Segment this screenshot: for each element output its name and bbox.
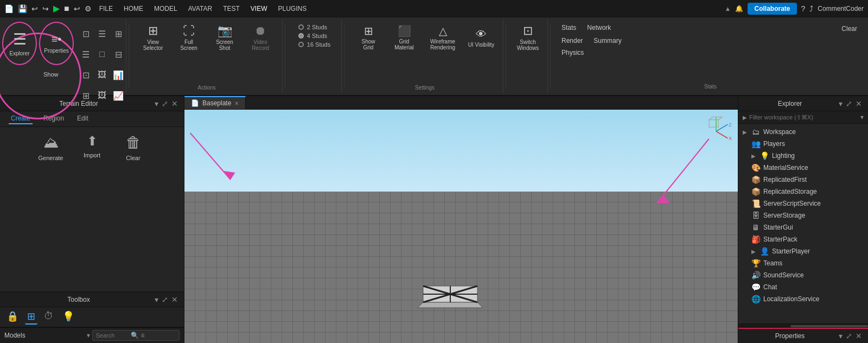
clear-tool[interactable]: 🗑 Clear xyxy=(117,134,150,161)
tab-create[interactable]: Create xyxy=(9,113,33,124)
explorer-title: Explorer xyxy=(743,100,837,107)
toolbox-search-input[interactable] xyxy=(96,332,129,339)
tree-item-starter-pack[interactable]: 🎒 StarterPack xyxy=(738,233,868,245)
bell-icon[interactable]: 🔔 xyxy=(735,5,743,12)
tree-item-chat[interactable]: 💬 Chat xyxy=(738,281,868,293)
menu-home[interactable]: HOME xyxy=(120,4,146,14)
undo2-button[interactable]: ↩ xyxy=(74,4,80,13)
switch-windows-button[interactable]: ⊡ Switch Windows xyxy=(513,22,543,53)
tree-item-starter-gui[interactable]: 🖥 StarterGui xyxy=(738,221,868,233)
tree-item-replicated-first[interactable]: 📦 ReplicatedFirst xyxy=(738,174,868,186)
view-selector-button[interactable]: ⊞ View Selector xyxy=(136,22,170,54)
explorer-filter-input[interactable] xyxy=(749,114,858,120)
ui-visibility-button[interactable]: 👁 UI Visibility xyxy=(464,22,499,54)
tree-item-starter-player[interactable]: ▶ 👤 StarterPlayer xyxy=(738,245,868,257)
import-tool[interactable]: ⬆ Import xyxy=(76,134,108,161)
question-icon[interactable]: ? xyxy=(801,4,806,13)
search-icon: 🔍 xyxy=(131,332,139,339)
explorer-button[interactable]: ☰ Explorer xyxy=(2,22,37,65)
full-screen-button[interactable]: ⛶ Full Screen xyxy=(171,22,206,54)
explorer-close-btn[interactable]: ✕ xyxy=(854,99,864,109)
stop-button[interactable]: ■ xyxy=(64,4,69,14)
save-icon[interactable]: 💾 xyxy=(18,4,27,13)
physics-button[interactable]: Physics xyxy=(559,48,586,58)
tree-item-lighting[interactable]: ▶ 💡 Lighting xyxy=(738,150,868,162)
viewport-content[interactable]: X Z xyxy=(184,110,738,343)
toolbox-tab-clock[interactable]: ⏱ xyxy=(42,309,56,325)
left-panels: Terrain Editor ▾ ⤢ ✕ Create Region Edit … xyxy=(0,96,184,343)
file-icon[interactable]: 📄 xyxy=(4,4,14,13)
tree-item-server-storage[interactable]: 🗄 ServerStorage xyxy=(738,209,868,221)
divider-1 xyxy=(129,24,129,88)
tb-sm-12[interactable]: 📈 xyxy=(108,86,128,105)
summary-button[interactable]: Summary xyxy=(591,36,623,46)
menu-test[interactable]: TEST xyxy=(220,4,243,14)
baseplate-close[interactable]: ✕ xyxy=(234,100,239,106)
explorer-scrollbar[interactable] xyxy=(738,323,868,328)
toolbar-studs-section: 2 Studs 4 Studs 16 Studs xyxy=(288,20,342,93)
baseplate-tab[interactable]: 📄 Baseplate ✕ xyxy=(184,96,246,109)
explorer-header: Explorer ▾ ⤢ ✕ xyxy=(738,96,868,111)
menu-plugins[interactable]: PLUGINS xyxy=(275,4,310,14)
tree-item-replicated-storage[interactable]: 📦 ReplicatedStorage xyxy=(738,186,868,198)
tree-item-teams[interactable]: 🏆 Teams xyxy=(738,257,868,269)
tree-item-localization-service[interactable]: 🌐 LocalizationService xyxy=(738,293,868,305)
properties-panel-expand[interactable]: ⤢ xyxy=(844,331,854,341)
properties-panel-collapse[interactable]: ▾ xyxy=(837,331,844,341)
video-record-button[interactable]: ⏺ Video Record xyxy=(243,22,278,54)
toolbox-tab-bulb[interactable]: 💡 xyxy=(60,309,76,325)
tb-sm-6[interactable]: ⊟ xyxy=(108,45,128,64)
grid-material-button[interactable]: ⬛ Grid Material xyxy=(387,22,422,54)
wireframe-button[interactable]: △ Wireframe Rendering xyxy=(423,22,463,54)
tree-item-server-script-service[interactable]: 📜 ServerScriptService xyxy=(738,198,868,209)
play-button[interactable]: ▶ xyxy=(53,3,60,14)
explorer-collapse[interactable]: ▾ xyxy=(837,99,844,109)
toolbox-tab-grid[interactable]: ⊞ xyxy=(25,309,37,325)
collaborate-button[interactable]: Collaborate xyxy=(748,3,796,15)
tree-item-workspace[interactable]: ▶ 🗂 Workspace xyxy=(738,126,868,138)
show-grid-button[interactable]: ⊞ Show Grid xyxy=(351,22,386,54)
toolbox-tab-lock[interactable]: 🔒 xyxy=(4,309,21,325)
toolbox-expand[interactable]: ⤢ xyxy=(160,295,170,304)
menu-view[interactable]: VIEW xyxy=(247,4,271,14)
toolbox-filter-icon[interactable]: ≡ xyxy=(141,332,145,339)
terrain-editor-close[interactable]: ✕ xyxy=(170,99,180,109)
network-button[interactable]: Network xyxy=(585,23,613,35)
terrain-editor-expand[interactable]: ⤢ xyxy=(160,99,170,109)
divider-3 xyxy=(344,24,344,88)
stats-button[interactable]: Stats xyxy=(559,23,578,35)
menu-avatar[interactable]: AVATAR xyxy=(185,4,215,14)
starter-gui-label: StarterGui xyxy=(763,224,793,231)
menu-file[interactable]: FILE xyxy=(96,4,116,14)
tree-item-players[interactable]: 👥 Players xyxy=(738,138,868,150)
tree-item-sound-service[interactable]: 🔊 SoundService xyxy=(738,269,868,281)
render-button[interactable]: Render xyxy=(559,36,585,46)
stud-16-option[interactable]: 16 Studs xyxy=(298,41,330,48)
clear-stats-button[interactable]: Clear xyxy=(837,23,861,35)
tab-edit[interactable]: Edit xyxy=(75,113,91,124)
stud-4-option[interactable]: 4 Studs xyxy=(298,33,330,39)
explorer-expand-btn[interactable]: ⤢ xyxy=(844,99,854,109)
settings-icon[interactable]: ⚙ xyxy=(85,4,92,13)
toolbox-dropdown-icon[interactable]: ▾ xyxy=(87,332,90,339)
toolbox-close[interactable]: ✕ xyxy=(170,295,180,304)
screenshot-button[interactable]: 📷 Screen Shot xyxy=(207,22,242,54)
properties-button[interactable]: ≡• Properties xyxy=(39,22,74,65)
generate-tool[interactable]: ⛰ Generate xyxy=(35,134,67,161)
properties-panel: Properties ▾ ⤢ ✕ xyxy=(738,328,868,343)
tb-sm-3[interactable]: ⊞ xyxy=(108,24,128,43)
menu-model[interactable]: MODEL xyxy=(151,4,181,14)
stud-2-option[interactable]: 2 Studs xyxy=(298,24,330,30)
undo-button[interactable]: ↩ xyxy=(31,4,38,13)
tb-sm-9[interactable]: 📊 xyxy=(108,65,128,85)
share-icon[interactable]: ⤴ xyxy=(809,4,813,13)
properties-panel-close[interactable]: ✕ xyxy=(854,331,864,341)
players-label: Players xyxy=(763,140,785,148)
terrain-editor-collapse[interactable]: ▾ xyxy=(153,99,160,109)
tree-item-material-service[interactable]: 🎨 MaterialService xyxy=(738,162,868,174)
tab-region[interactable]: Region xyxy=(41,113,66,124)
redo-button[interactable]: ↪ xyxy=(42,4,49,13)
toolbox-collapse[interactable]: ▾ xyxy=(153,295,160,304)
explorer-filter-dropdown[interactable]: ▾ xyxy=(860,113,864,121)
video-record-label: Video Record xyxy=(252,39,269,51)
